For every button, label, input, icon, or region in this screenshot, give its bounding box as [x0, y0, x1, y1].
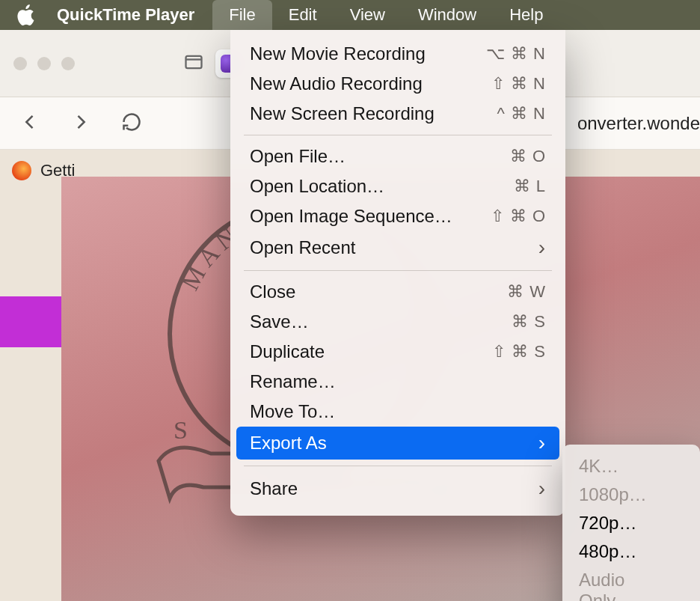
menu-item-label: New Audio Recording: [250, 73, 491, 94]
menubar-item-view[interactable]: View: [334, 0, 402, 30]
menubar-item-help[interactable]: Help: [493, 0, 559, 30]
menu-shortcut: ⌥ ⌘ N: [486, 44, 546, 64]
menu-shortcut: ⌘ L: [514, 177, 546, 196]
export-option-1080p: 1080p…: [562, 481, 700, 509]
menu-item-label: Open Image Sequence…: [250, 206, 491, 227]
menu-item-label: Save…: [250, 311, 512, 332]
menu-item-label: Export As: [250, 433, 538, 454]
window-traffic-lights[interactable]: [13, 57, 75, 70]
menu-shortcut: ^ ⌘ N: [497, 104, 546, 123]
menu-item-label: Share: [250, 478, 538, 499]
menu-shortcut: ⇧ ⌘ S: [492, 342, 546, 361]
menu-shortcut: ⌘ W: [507, 282, 546, 302]
menu-item-open-location[interactable]: Open Location…⌘ L: [230, 171, 565, 201]
menu-shortcut: ⌘ S: [512, 312, 546, 332]
menu-item-export-as[interactable]: Export As: [236, 427, 559, 460]
app-name: QuickTime Player: [57, 5, 194, 25]
menubar-item-file[interactable]: File: [212, 0, 271, 30]
menu-shortcut: ⇧ ⌘ N: [491, 74, 546, 94]
menu-item-label: Duplicate: [250, 341, 492, 362]
export-option-audio-only: Audio Only…: [562, 566, 700, 601]
chevron-right-icon: [538, 236, 546, 260]
export-option-4k: 4K…: [562, 452, 700, 481]
back-icon[interactable]: [19, 112, 40, 135]
menubar-item-window[interactable]: Window: [402, 0, 493, 30]
menu-item-label: New Movie Recording: [250, 43, 486, 64]
menu-item-label: Rename…: [250, 371, 546, 392]
menu-shortcut: ⇧ ⌘ O: [491, 207, 546, 226]
menu-item-open-image-sequence[interactable]: Open Image Sequence…⇧ ⌘ O: [230, 201, 565, 231]
menu-item-share[interactable]: Share: [230, 472, 565, 505]
sidebar-highlight-strip: [0, 296, 61, 347]
menu-item-rename[interactable]: Rename…: [230, 367, 565, 397]
menu-item-new-movie-recording[interactable]: New Movie Recording⌥ ⌘ N: [230, 39, 565, 69]
bookmark-bar: Getti: [0, 150, 75, 192]
minimize-window-icon[interactable]: [37, 57, 51, 70]
menu-item-new-screen-recording[interactable]: New Screen Recording^ ⌘ N: [230, 99, 565, 129]
close-window-icon[interactable]: [13, 57, 27, 70]
macos-menubar: QuickTime Player FileEditViewWindowHelp: [0, 0, 700, 30]
export-option-720p[interactable]: 720p…: [562, 509, 700, 537]
zoom-window-icon[interactable]: [61, 57, 75, 70]
menu-item-new-audio-recording[interactable]: New Audio Recording⇧ ⌘ N: [230, 69, 565, 99]
menu-item-label: Open Recent: [250, 237, 538, 258]
menubar-item-edit[interactable]: Edit: [272, 0, 334, 30]
export-as-submenu: 4K…1080p…720p…480p…Audio Only…: [562, 445, 700, 601]
apple-logo-icon[interactable]: [16, 4, 34, 25]
svg-rect-4: [186, 55, 202, 67]
reload-icon[interactable]: [121, 112, 142, 135]
bookmark-item[interactable]: Getti: [40, 161, 75, 180]
file-menu-dropdown: New Movie Recording⌥ ⌘ NNew Audio Record…: [230, 30, 565, 516]
menu-item-open-file[interactable]: Open File…⌘ O: [230, 141, 565, 171]
menu-shortcut: ⌘ O: [510, 147, 546, 166]
menu-item-duplicate[interactable]: Duplicate⇧ ⌘ S: [230, 337, 565, 367]
svg-text:S: S: [174, 416, 188, 444]
show-sidebar-icon[interactable]: [182, 52, 205, 76]
menu-item-move-to[interactable]: Move To…: [230, 397, 565, 427]
menu-item-close[interactable]: Close⌘ W: [230, 277, 565, 307]
menu-item-label: Close: [250, 281, 507, 302]
url-fragment[interactable]: onverter.wonde: [577, 113, 700, 134]
menu-item-open-recent[interactable]: Open Recent: [230, 231, 565, 264]
export-option-480p[interactable]: 480p…: [562, 537, 700, 566]
chevron-right-icon: [538, 477, 546, 501]
menu-item-label: Open File…: [250, 146, 510, 167]
menu-item-label: New Screen Recording: [250, 103, 497, 124]
forward-icon[interactable]: [70, 112, 91, 135]
menu-item-save[interactable]: Save…⌘ S: [230, 307, 565, 337]
chevron-right-icon: [538, 431, 546, 455]
menu-item-label: Move To…: [250, 401, 546, 422]
menu-item-label: Open Location…: [250, 176, 514, 197]
firefox-icon[interactable]: [12, 161, 31, 180]
